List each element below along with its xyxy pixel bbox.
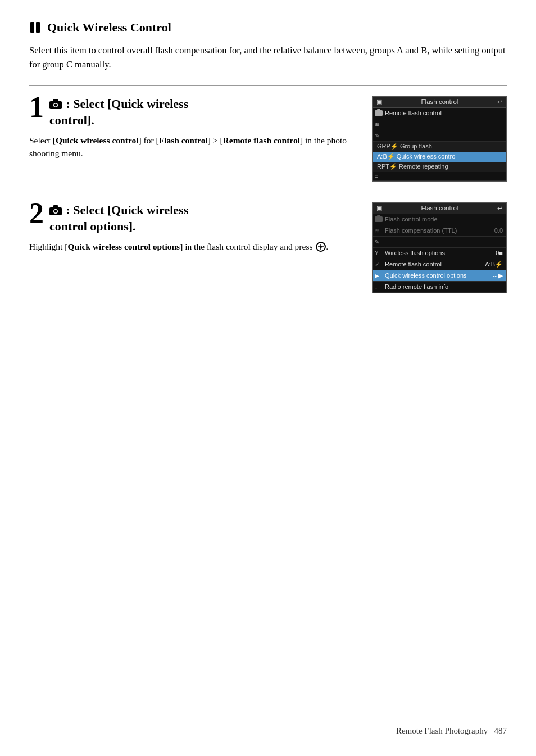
step-1-number: 1 bbox=[29, 93, 44, 122]
menu2-quick-wireless: Quick wireless control options bbox=[385, 272, 490, 279]
menu-arrow-icon: ≡ bbox=[375, 173, 385, 179]
svg-rect-16 bbox=[375, 216, 383, 222]
bookmark-icon bbox=[29, 21, 42, 34]
step-1-body: Select [Quick wireless control] for [Fla… bbox=[29, 134, 361, 160]
submenu-block-1: GRP⚡ Group flash A:B⚡ Quick wireless con… bbox=[373, 142, 506, 172]
menu2-check-icon: ✓ bbox=[375, 261, 385, 268]
svg-rect-1 bbox=[36, 22, 40, 33]
menu2-row-wireless: Y Wireless flash options 0■ bbox=[373, 248, 506, 259]
menu-screenshot-1: ▣ Flash control ↩ Remote flash control bbox=[372, 96, 507, 182]
step-1-heading: 1 : Select [Quick wirelesscontrol]. bbox=[29, 96, 361, 128]
menu-row-spacer-end: ≡ bbox=[373, 172, 506, 181]
menu2-row-quick-wireless: ▶ Quick wireless control options -- ▶ bbox=[373, 270, 506, 282]
menu2-pencil-icon: ✎ bbox=[375, 239, 385, 245]
menu-return-icon-2: ↩ bbox=[497, 205, 502, 212]
menu-camera-icon bbox=[375, 109, 385, 117]
svg-point-15 bbox=[320, 246, 322, 248]
menu2-flash-comp-val: 0.0 bbox=[494, 227, 503, 234]
svg-rect-17 bbox=[377, 215, 380, 217]
menu2-row-pencil: ✎ bbox=[373, 237, 506, 248]
menu-header-1: ▣ Flash control ↩ bbox=[373, 97, 506, 108]
menu2-remote-flash: Remote flash control bbox=[385, 261, 483, 268]
menu2-flash-control-mode-val: — bbox=[497, 216, 503, 223]
menu2-flash-control-mode: Flash control mode bbox=[385, 216, 494, 223]
submenu-group-flash: GRP⚡ Group flash bbox=[373, 142, 506, 152]
menu-return-icon-1: ↩ bbox=[497, 98, 502, 106]
submenu-remote-repeating: RPT⚡ Remote repeating bbox=[373, 162, 506, 172]
camera-icon-step1 bbox=[49, 97, 62, 113]
menu-pencil-icon: ✎ bbox=[375, 133, 385, 139]
footer-page-number: 487 bbox=[494, 726, 507, 735]
svg-point-12 bbox=[54, 210, 57, 212]
menu2-wireless-flash-val: 0■ bbox=[496, 250, 503, 256]
menu2-scene-icon: ≋ bbox=[375, 228, 385, 234]
step-2-number: 2 bbox=[29, 199, 44, 228]
svg-rect-7 bbox=[377, 109, 380, 111]
step-2: 2 : Select [Quick wirelesscontrol option… bbox=[29, 192, 507, 304]
svg-rect-10 bbox=[53, 205, 58, 208]
menu-remote-flash: Remote flash control bbox=[385, 110, 503, 116]
menu2-down-icon: ↓ bbox=[375, 284, 385, 290]
step-1: 1 : Select [Quick wirelesscontrol]. bbox=[29, 86, 507, 192]
svg-rect-3 bbox=[53, 99, 58, 102]
menu2-row-scene: ≋ Flash compensation (TTL) 0.0 bbox=[373, 225, 506, 237]
svg-rect-6 bbox=[375, 110, 383, 116]
step-2-heading: 2 : Select [Quick wirelesscontrol option… bbox=[29, 202, 361, 234]
footer-text: Remote Flash Photography bbox=[396, 726, 488, 735]
step-2-body: Highlight [Quick wireless control option… bbox=[29, 240, 361, 253]
menu2-quick-wireless-val: -- ▶ bbox=[493, 272, 503, 279]
menu2-arrow-icon: ▶ bbox=[375, 273, 385, 279]
menu2-flash-comp: Flash compensation (TTL) bbox=[385, 227, 492, 234]
step-2-title: : Select [Quick wirelesscontrol options]… bbox=[49, 202, 188, 234]
menu-back-icon-2: ▣ bbox=[376, 205, 382, 212]
menu-row-scene: ≋ bbox=[373, 119, 506, 130]
intro-text: Select this item to control overall flas… bbox=[29, 44, 507, 72]
menu-back-icon-1: ▣ bbox=[376, 98, 382, 106]
page-content: Quick Wireless Control Select this item … bbox=[0, 0, 536, 337]
menu2-wireless-flash: Wireless flash options bbox=[385, 250, 493, 256]
camera-icon-step2 bbox=[49, 203, 62, 219]
step-2-menu: ▣ Flash control ↩ Flash control mode — bbox=[372, 202, 507, 293]
svg-point-5 bbox=[54, 103, 57, 106]
step-1-title: : Select [Quick wirelesscontrol]. bbox=[49, 96, 188, 128]
menu2-row-camera: Flash control mode — bbox=[373, 214, 506, 225]
menu-scene-icon: ≋ bbox=[375, 121, 385, 128]
page-footer: Remote Flash Photography 487 bbox=[396, 726, 507, 736]
step-1-left: 1 : Select [Quick wirelesscontrol]. bbox=[29, 96, 361, 160]
menu-row-camera-icon: Remote flash control bbox=[373, 108, 506, 119]
section-heading: Quick Wireless Control bbox=[29, 20, 507, 35]
menu-screenshot-2: ▣ Flash control ↩ Flash control mode — bbox=[372, 202, 507, 293]
page-heading: Quick Wireless Control bbox=[47, 20, 171, 35]
step-2-left: 2 : Select [Quick wirelesscontrol option… bbox=[29, 202, 361, 253]
submenu-quick-wireless: A:B⚡ Quick wireless control bbox=[373, 152, 506, 162]
step-1-menu: ▣ Flash control ↩ Remote flash control bbox=[372, 96, 507, 182]
menu2-row-remote: ✓ Remote flash control A:B⚡ bbox=[373, 259, 506, 270]
menu2-camera-icon bbox=[375, 215, 385, 223]
menu-title-1: Flash control bbox=[421, 98, 458, 105]
menu-row-pencil: ✎ bbox=[373, 130, 506, 142]
menu-title-2: Flash control bbox=[421, 205, 458, 211]
svg-rect-0 bbox=[30, 22, 34, 33]
menu2-Y-icon: Y bbox=[375, 250, 385, 256]
menu2-radio-remote: Radio remote flash info bbox=[385, 283, 503, 290]
menu2-remote-flash-val: A:B⚡ bbox=[485, 261, 503, 268]
menu2-row-radio: ↓ Radio remote flash info bbox=[373, 282, 506, 293]
menu-header-2: ▣ Flash control ↩ bbox=[373, 203, 506, 214]
